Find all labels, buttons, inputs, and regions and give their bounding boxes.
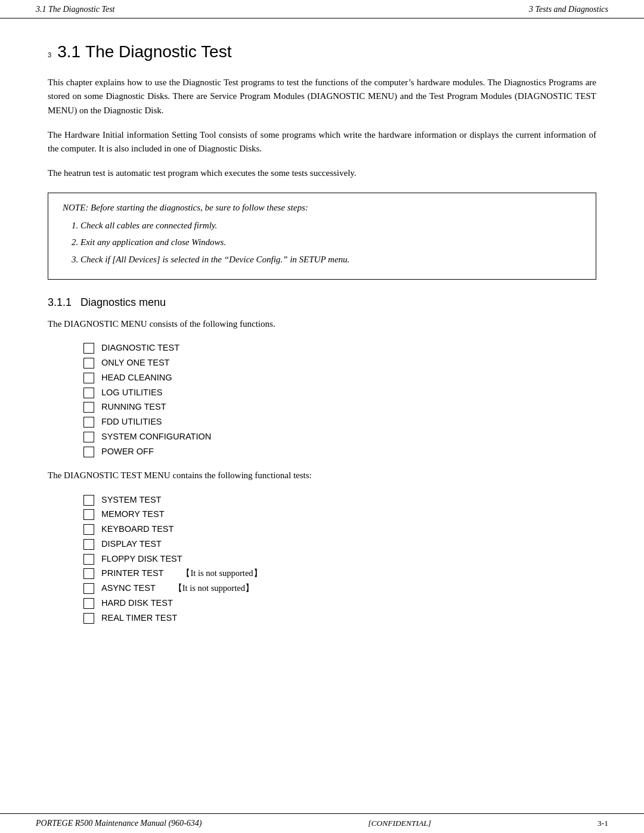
list-item: POWER OFF	[83, 445, 596, 459]
bullet-icon	[83, 447, 94, 457]
list-item: REAL TIMER TEST	[83, 612, 596, 625]
paragraph-2: The Hardware Initial information Setting…	[48, 128, 596, 156]
menu-item-text: ONLY ONE TEST	[101, 357, 169, 370]
menu-item-text: SYSTEM CONFIGURATION	[101, 431, 211, 444]
diagnostic-menu-list: DIAGNOSTIC TEST ONLY ONE TEST HEAD CLEAN…	[83, 342, 596, 458]
header-left: 3.1 The Diagnostic Test	[36, 5, 115, 14]
test-menu-intro: The DIAGNOSTIC TEST MENU contains the fo…	[48, 469, 596, 482]
menu-item-text: HEAD CLEANING	[101, 371, 172, 385]
note-box: NOTE: Before starting the diagnostics, b…	[48, 193, 596, 280]
list-item: ONLY ONE TEST	[83, 357, 596, 370]
bullet-icon	[83, 373, 94, 383]
paragraph-1: This chapter explains how to use the Dia…	[48, 76, 596, 117]
bullet-icon	[83, 343, 94, 354]
test-item-text: PRINTER TEST	[101, 567, 163, 580]
bullet-icon	[83, 613, 94, 624]
list-item: KEYBOARD TEST	[83, 523, 596, 536]
note-item-1: Check all cables are connected firmly.	[80, 219, 581, 233]
page-header: 3.1 The Diagnostic Test 3 Tests and Diag…	[0, 0, 644, 18]
footer-center: [CONFIDENTIAL]	[368, 819, 431, 828]
section-number: 3.1	[57, 42, 80, 61]
section-title-text: The Diagnostic Test	[85, 42, 231, 61]
bullet-icon	[83, 388, 94, 398]
bullet-icon	[83, 554, 94, 565]
bullet-icon	[83, 509, 94, 520]
list-item: PRINTER TEST 【It is not supported】	[83, 567, 596, 580]
bullet-icon	[83, 495, 94, 506]
test-item-text: HARD DISK TEST	[101, 597, 173, 610]
bullet-icon	[83, 402, 94, 413]
test-item-text: KEYBOARD TEST	[101, 523, 174, 536]
note-list: Check all cables are connected firmly. E…	[80, 219, 581, 267]
menu-item-text: RUNNING TEST	[101, 401, 166, 414]
test-item-text: SYSTEM TEST	[101, 494, 161, 507]
list-item: SYSTEM CONFIGURATION	[83, 431, 596, 444]
list-item: SYSTEM TEST	[83, 494, 596, 507]
main-content: 3 3.1 The Diagnostic Test This chapter e…	[0, 18, 644, 671]
list-item: LOG UTILITIES	[83, 386, 596, 400]
list-item: MEMORY TEST	[83, 508, 596, 521]
list-item: DIAGNOSTIC TEST	[83, 342, 596, 355]
list-item: HARD DISK TEST	[83, 597, 596, 610]
diagnostic-intro: The DIAGNOSTIC MENU consists of the foll…	[48, 317, 596, 331]
list-item: HEAD CLEANING	[83, 371, 596, 385]
bullet-icon	[83, 432, 94, 442]
test-item-text: DISPLAY TEST	[101, 538, 162, 551]
bullet-icon	[83, 583, 94, 594]
menu-item-text: LOG UTILITIES	[101, 386, 162, 400]
section-title: 3 3.1 The Diagnostic Test	[48, 42, 596, 61]
list-item: FDD UTILITIES	[83, 416, 596, 429]
test-menu-list: SYSTEM TEST MEMORY TEST KEYBOARD TEST DI…	[83, 494, 596, 625]
footer-left: PORTEGE R500 Maintenance Manual (960-634…	[36, 819, 202, 828]
menu-item-text: POWER OFF	[101, 445, 154, 459]
test-item-text: MEMORY TEST	[101, 508, 165, 521]
list-item: ASYNC TEST 【It is not supported】	[83, 582, 596, 595]
bullet-icon	[83, 417, 94, 428]
note-item-2: Exit any application and close Windows.	[80, 236, 581, 249]
page-footer: PORTEGE R500 Maintenance Manual (960-634…	[0, 813, 644, 833]
note-item-3: Check if [All Devices] is selected in th…	[80, 253, 581, 267]
list-item: RUNNING TEST	[83, 401, 596, 414]
subsection-title: 3.1.1 Diagnostics menu	[48, 296, 596, 309]
list-item: DISPLAY TEST	[83, 538, 596, 551]
test-item-note: 【It is not supported】	[174, 582, 254, 595]
test-item-text: FLOPPY DISK TEST	[101, 553, 182, 566]
bullet-icon	[83, 358, 94, 368]
note-header: NOTE: Before starting the diagnostics, b…	[63, 203, 581, 213]
bullet-icon	[83, 598, 94, 609]
note-header-text: NOTE: Before starting the diagnostics, b…	[63, 203, 308, 212]
section-super: 3	[48, 51, 51, 58]
page: 3.1 The Diagnostic Test 3 Tests and Diag…	[0, 0, 644, 833]
footer-page-number: 3-1	[597, 819, 608, 828]
list-item: FLOPPY DISK TEST	[83, 553, 596, 566]
menu-item-text: DIAGNOSTIC TEST	[101, 342, 179, 355]
subsection-title-text: Diagnostics menu	[80, 296, 166, 308]
test-item-text: ASYNC TEST	[101, 582, 156, 595]
header-right: 3 Tests and Diagnostics	[529, 5, 608, 14]
test-item-note: 【It is not supported】	[181, 567, 262, 580]
bullet-icon	[83, 524, 94, 535]
bullet-icon	[83, 539, 94, 550]
menu-item-text: FDD UTILITIES	[101, 416, 162, 429]
paragraph-3: The heatrun test is automatic test progr…	[48, 166, 596, 180]
test-item-text: REAL TIMER TEST	[101, 612, 177, 625]
bullet-icon	[83, 568, 94, 579]
subsection-number: 3.1.1	[48, 296, 72, 308]
